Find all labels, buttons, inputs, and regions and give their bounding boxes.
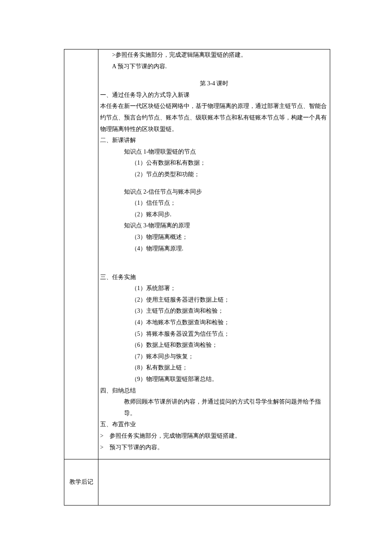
- content-line: （2）使用主链服务器进行数据上链；: [100, 294, 328, 306]
- content-line: （2）节点的类型和功能；: [100, 169, 328, 180]
- content-line: 知识点 3-物理隔离的原理: [100, 220, 328, 232]
- content-line: （3）主链节点的数据查询和检验；: [100, 305, 328, 317]
- content-line: （9）物理隔离联盟链部署总结。: [100, 374, 328, 385]
- content-line: [100, 254, 328, 266]
- content-line: （4）物理隔离原理.: [100, 243, 328, 255]
- notes-row-label: 教学后记: [64, 459, 98, 506]
- content-line: >参照任务实施部分，完成逻辑隔离联盟链的搭建。: [100, 49, 328, 61]
- content-line: > 参照任务实施部分，完成物理隔离的联盟链搭建。: [100, 430, 328, 442]
- content-line: （1）公有数据和私有数据；: [100, 157, 328, 169]
- content-line: 三、任务实施: [100, 272, 328, 283]
- content-row: >参照任务实施部分，完成逻辑隔离联盟链的搭建。A 预习下节课的内容. 第 3-4…: [64, 49, 330, 459]
- content-line: 本任务在新一代区块链公链网络中，基于物理隔离的原理，通过部署主链节点、智能合约节…: [100, 101, 328, 135]
- content-line: 一、通过任务导入的方式导入新课: [100, 90, 328, 101]
- content-line: （1）信任节点；: [100, 198, 328, 209]
- content-line: 知识点 1-物理联盟链的节点: [100, 146, 328, 158]
- content-row-body-cell: >参照任务实施部分，完成逻辑隔离联盟链的搭建。A 预习下节课的内容. 第 3-4…: [98, 49, 330, 459]
- content-line: [100, 72, 328, 78]
- notes-row: 教学后记: [64, 459, 330, 506]
- content-line: 四、归纳总结: [100, 385, 328, 397]
- lesson-plan-table: >参照任务实施部分，完成逻辑隔离联盟链的搭建。A 预习下节课的内容. 第 3-4…: [64, 49, 330, 506]
- notes-row-body: [98, 459, 330, 506]
- content-line: （2）账本同步.: [100, 209, 328, 221]
- content-line: （3）物理隔离概述；: [100, 232, 328, 243]
- content-line: 教师回顾本节课所讲的内容，并通过提问的方式引导学生解答问题并给予指导。: [100, 396, 328, 419]
- content-line: [100, 180, 328, 186]
- content-line: 第 3-4 课时: [100, 78, 328, 90]
- content-line: 五、布置作业: [100, 419, 328, 430]
- content-line: 知识点 2-信任节点与账本同步: [100, 186, 328, 198]
- content-line: （6）数据上链和数据查询检验；: [100, 340, 328, 351]
- content-line: [100, 266, 328, 272]
- content-line: （4）本地账本节点数据查询和检验；: [100, 317, 328, 328]
- content-line: （1）系统部署；: [100, 283, 328, 294]
- content-line: A 预习下节课的内容.: [100, 61, 328, 73]
- content-line: 二、新课讲解: [100, 135, 328, 146]
- content-line: （5）将账本服务器设置为信任节点；: [100, 328, 328, 340]
- content-line: （7）账本同步与恢复；: [100, 351, 328, 363]
- content-line: （8）私有数据上链；: [100, 362, 328, 374]
- content-line: > 预习下节课的内容。: [100, 442, 328, 453]
- content-row-label-cell: [64, 49, 98, 459]
